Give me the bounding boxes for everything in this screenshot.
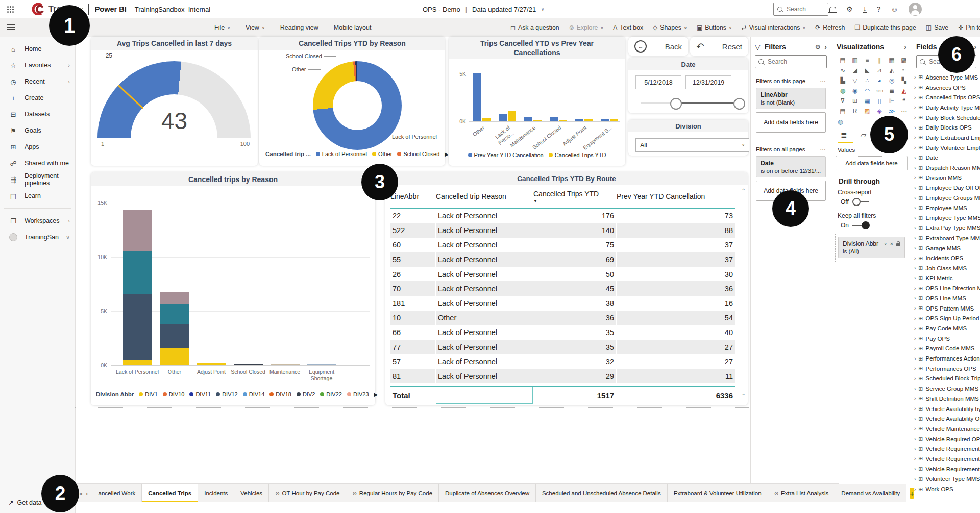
field-item-date[interactable]: ›⊞Date (912, 153, 980, 163)
date-start-input[interactable]: 5/12/2018 (635, 75, 681, 89)
paginated-report-icon[interactable]: ▯ (873, 96, 886, 106)
get-data-button[interactable]: ↗ Get data (8, 499, 41, 506)
collapse-pane-icon[interactable]: › (824, 43, 827, 51)
field-item-vehicle-availability-by[interactable]: ›⊞Vehicle Availability by ... (912, 404, 980, 414)
column-header-lineabbr[interactable]: LineAbbr (390, 185, 435, 208)
first-page-icon[interactable]: « (79, 490, 83, 497)
filters-search[interactable] (755, 55, 827, 68)
notifications-icon[interactable] (829, 7, 836, 12)
bar-adjust-point-prev-year-ytd-cancellation[interactable] (575, 119, 583, 121)
field-item-pay-ops[interactable]: ›⊞Pay OPS (912, 334, 980, 344)
menu-item-shapes[interactable]: ◇Shapes∨ (653, 24, 687, 31)
date-slicer[interactable]: Date 5/12/2018 12/31/2019 (628, 58, 748, 113)
menu-item-ask-a-question[interactable]: ◻Ask a question (510, 24, 559, 31)
donut-visual[interactable]: Cancelled Trips YTD by Reason School Clo… (259, 37, 445, 166)
map-icon[interactable]: ◍ (837, 86, 849, 96)
field-item-vehicle-availability-ops[interactable]: ›⊞Vehicle Availability OPS (912, 414, 980, 424)
legend-item-div12[interactable]: DIV12 (216, 391, 238, 397)
field-item-ops-line-mms[interactable]: ›⊞OPS Line MMS (912, 293, 980, 303)
multi-row-card-icon[interactable]: ≣ (886, 86, 898, 96)
legend-item-div2[interactable]: DIV2 (297, 391, 315, 397)
date-slider-range[interactable] (675, 102, 739, 104)
bar-school-closed-cancelled-trips-ytd[interactable] (559, 120, 567, 121)
tab-ancelled-work[interactable]: ancelled Work (92, 484, 142, 502)
menu-item-duplicate-this-page[interactable]: ❐Duplicate this page (854, 24, 916, 31)
field-item-incidents-ops[interactable]: ›⊞Incidents OPS (912, 253, 980, 263)
tab-incidents[interactable]: Incidents (198, 484, 234, 502)
workspace-name[interactable]: TrainingSandbox_Internal (135, 6, 210, 13)
scroll-up-icon[interactable]: ⌃ (742, 188, 746, 193)
settings-icon[interactable]: ⚙ (846, 5, 853, 13)
bar-equipment-s-prev-year-ytd-cancellation[interactable] (601, 119, 609, 121)
legend-scroll-icon[interactable]: ▶ (374, 392, 378, 397)
add-data-fields-dropzone[interactable]: Add data fields here (836, 156, 908, 170)
stack-segment-other[interactable] (160, 324, 189, 348)
treemap-icon[interactable]: ▚ (898, 75, 910, 86)
legend-item-prev-year-ytd-cancellation[interactable]: Prev Year YTD Cancellation (468, 152, 544, 158)
keep-all-filters-toggle[interactable]: On (841, 221, 869, 229)
table-row[interactable]: 70Lack of Personnel4536 (390, 281, 735, 296)
field-item-garage-mms[interactable]: ›⊞Garage MMS (912, 243, 980, 253)
stack-segment-adjust-point[interactable] (197, 363, 226, 365)
tab-duplicate-of-absences-overview[interactable]: Duplicate of Absences Overview (439, 484, 536, 502)
previous-page-icon[interactable]: ‹ (86, 490, 88, 497)
sidebar-item-deployment-pipelines[interactable]: ⇶Deployment pipelines (0, 171, 75, 188)
field-item-daily-blocks-ops[interactable]: ›⊞Daily Blocks OPS (912, 122, 980, 133)
tab-extraboard-volunteer-utilization[interactable]: Extraboard & Volunteer Utilization (668, 484, 768, 502)
field-item-vehicle-requirements-b[interactable]: ›⊞Vehicle Requirements b... (912, 444, 980, 454)
field-item-employee-type-mms[interactable]: ›⊞Employee Type MMS (912, 213, 980, 223)
100-stacked-column-chart-icon[interactable]: ▩ (898, 55, 910, 65)
stack-segment-equipment-shortage[interactable] (307, 364, 336, 365)
column-header-cancelled-trips-ytd[interactable]: Cancelled Trips YTD▼ (533, 185, 616, 208)
line-stacked-column-chart-icon[interactable]: ⊿ (873, 65, 886, 75)
field-item-payroll-code-mms[interactable]: ›⊞Payroll Code MMS (912, 344, 980, 354)
field-item-ops-pattern-mms[interactable]: ›⊞OPS Pattern MMS (912, 303, 980, 314)
download-icon[interactable]: ↓ (863, 6, 867, 13)
report-icon[interactable]: ▤ (837, 106, 849, 116)
table-visual[interactable]: Cancelled Trips YTD By Route LineAbbrCan… (385, 172, 748, 405)
tab-regular-hours-by-pay-code[interactable]: ⊘Regular Hours by Pay Code (346, 484, 439, 502)
field-item-vehicle-requirements-b[interactable]: ›⊞Vehicle Requirements b... (912, 454, 980, 464)
menu-item-file[interactable]: File∨ (214, 24, 230, 31)
stack-segment-other[interactable] (160, 292, 189, 304)
feedback-icon[interactable]: ☺ (891, 5, 898, 13)
matrix-icon[interactable]: ▦ (861, 96, 873, 106)
legend-item-div14[interactable]: DIV14 (243, 391, 265, 397)
decomposition-tree-icon[interactable]: ◈ (873, 106, 886, 116)
field-item-daily-volunteer-employ[interactable]: ›⊞Daily Volunteer Employ... (912, 143, 980, 153)
stack-segment-school-closed[interactable] (234, 364, 263, 365)
legend-item-div22[interactable]: DIV22 (320, 391, 342, 397)
bar-school-closed-prev-year-ytd-cancellation[interactable] (550, 117, 558, 121)
menu-item-reading-view[interactable]: Reading view (280, 24, 318, 31)
menu-item-visual-interactions[interactable]: ⇄Visual interactions∨ (742, 24, 806, 31)
field-item-service-group-mms[interactable]: ›⊞Service Group MMS (912, 383, 980, 394)
menu-item-mobile-layout[interactable]: Mobile layout (334, 24, 372, 31)
field-item-absence-type-mms[interactable]: ›⊞Absence Type MMS (912, 72, 980, 83)
stacked-column-visual[interactable]: Cancelled trips by Reason 15K10K5K0KLack… (91, 172, 375, 405)
scroll-down-icon[interactable]: ⌄ (742, 391, 746, 396)
reset-button[interactable]: ↶ Reset (690, 37, 748, 56)
chevron-down-icon[interactable]: ∨ (541, 7, 544, 12)
stacked-column-chart-icon[interactable]: ▥ (849, 55, 861, 65)
slicer-icon[interactable]: ⊽ (837, 96, 849, 106)
tab-demand-vs-availability[interactable]: Demand vs Availability (835, 484, 906, 502)
sidebar-item-favorites[interactable]: ☆Favorites› (0, 57, 75, 73)
filter-card-date[interactable]: Date is on or before 12/31/... (756, 156, 826, 177)
table-row[interactable]: 22Lack of Personnel17673 (390, 209, 735, 223)
power-automate-icon[interactable]: ≫ (886, 106, 898, 116)
drill-field-card[interactable]: Division Abbr ∨ × is (All) (838, 237, 905, 258)
bar-other-prev-year-ytd-cancellation[interactable] (473, 73, 481, 121)
scatter-chart-icon[interactable]: ∴ (861, 75, 873, 86)
field-item-job-class-mms[interactable]: ›⊞Job Class MMS (912, 263, 980, 273)
table-row[interactable]: 81Lack of Personnel2911 (390, 369, 735, 384)
avatar[interactable] (909, 3, 922, 16)
field-item-performances-actions[interactable]: ›⊞Performances Actions ... (912, 353, 980, 364)
tab-ot-hour-by-pay-code[interactable]: ⊘OT Hour by Pay Code (269, 484, 346, 502)
legend-item-other[interactable]: Other (372, 151, 393, 157)
legend-item-div1[interactable]: DIV1 (139, 391, 157, 397)
legend-item-lack-of-personnel[interactable]: Lack of Personnel (316, 151, 367, 157)
100-stacked-bar-chart-icon[interactable]: ▦ (886, 55, 898, 65)
field-item-employee-groups-mms[interactable]: ›⊞Employee Groups MMS (912, 193, 980, 203)
field-item-work-ops[interactable]: ›⊞Work OPS (912, 484, 980, 494)
qa-visual-icon[interactable]: ❝ (898, 96, 910, 106)
